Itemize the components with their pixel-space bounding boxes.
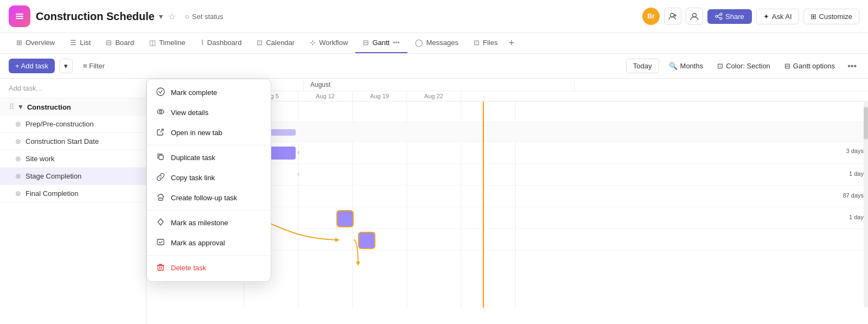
- ai-sparkle-icon: ✦: [763, 12, 769, 21]
- menu-divider: [147, 145, 271, 145]
- title-chevron-button[interactable]: ▾: [158, 11, 164, 22]
- gantt-icon: ⊟: [363, 39, 369, 47]
- section-row-construction: ⠿ ▼ Construction: [0, 98, 146, 116]
- user-add-icon-button[interactable]: [664, 8, 681, 25]
- tab-workflow[interactable]: ⊹ Workflow: [302, 33, 355, 53]
- check-circle-icon: [156, 87, 165, 98]
- gantt-arrow-start: ‹: [297, 169, 300, 178]
- trash-icon: [156, 263, 165, 273]
- add-tab-button[interactable]: +: [505, 33, 518, 53]
- menu-divider-2: [147, 210, 271, 211]
- task-status-icon: ⊗: [15, 172, 21, 180]
- menu-icon[interactable]: [9, 5, 30, 27]
- tab-gantt[interactable]: ⊟ Gantt •••: [355, 33, 407, 53]
- tab-calendar[interactable]: ⊡ Calendar: [249, 33, 302, 53]
- gantt-duration-start: 1 day: [849, 170, 864, 177]
- list-item[interactable]: ⊗ Prep/Pre-construction: [0, 116, 146, 133]
- header: Construction Schedule ▾ ☆ ○ Set status B…: [0, 0, 868, 33]
- list-item[interactable]: ⊗ Construction Start Date: [0, 133, 146, 150]
- tab-dashboard[interactable]: ⌇ Dashboard: [193, 33, 250, 53]
- color-section-button[interactable]: ⊡ Color: Section: [713, 59, 775, 73]
- svg-rect-12: [158, 198, 163, 200]
- gantt-box-final: [358, 232, 375, 249]
- main-content: Add task... ⠿ ▼ Construction ⊗ Prep/Pre-…: [0, 79, 868, 324]
- more-options-button[interactable]: •••: [845, 59, 859, 74]
- svg-point-10: [159, 111, 162, 113]
- messages-icon: ◯: [415, 39, 423, 47]
- svg-rect-1: [16, 16, 23, 17]
- color-icon: ⊡: [717, 62, 723, 70]
- zoom-icon: 🔍: [669, 62, 678, 70]
- calendar-icon: ⊡: [257, 39, 263, 47]
- menu-item-mark-milestone[interactable]: Mark as milestone: [147, 213, 271, 233]
- follow-up-icon: [156, 193, 165, 203]
- menu-item-duplicate-task[interactable]: Duplicate task: [147, 148, 271, 168]
- customize-button[interactable]: ⊞ Customize: [803, 9, 859, 24]
- add-task-row[interactable]: Add task...: [0, 79, 146, 98]
- nav-tabs: ⊞ Overview ☰ List ⊟ Board ◫ Timeline ⌇ D…: [0, 33, 868, 54]
- view-details-label: View details: [171, 109, 208, 117]
- add-task-dropdown-button[interactable]: ▾: [59, 59, 73, 73]
- list-item[interactable]: ⊗ Site work: [0, 150, 146, 168]
- menu-item-open-new-tab[interactable]: Open in new tab: [147, 123, 271, 143]
- drag-handle-icon: ⠿: [9, 103, 14, 111]
- gantt-duration-stage: 1 day: [849, 214, 864, 220]
- gantt-scrollbar[interactable]: [864, 101, 868, 308]
- dashboard-icon: ⌇: [201, 39, 204, 47]
- open-new-tab-label: Open in new tab: [171, 129, 222, 137]
- eye-icon: [156, 107, 165, 118]
- task-status-icon: ⊗: [15, 189, 21, 198]
- svg-point-5: [720, 13, 722, 15]
- menu-item-view-details[interactable]: View details: [147, 103, 271, 123]
- external-link-icon: [156, 128, 165, 138]
- today-button[interactable]: Today: [626, 59, 659, 73]
- list-item[interactable]: ⊗ Stage Completion: [0, 168, 146, 185]
- mark-complete-label: Mark complete: [171, 88, 217, 97]
- svg-point-6: [716, 15, 718, 17]
- menu-item-mark-complete[interactable]: Mark complete: [147, 82, 271, 103]
- tab-files[interactable]: ⊡ Files: [466, 33, 505, 53]
- menu-item-create-follow-up[interactable]: Create follow-up task: [147, 188, 271, 208]
- gantt-duration-prep: 3 days: [846, 148, 864, 154]
- share-button[interactable]: Share: [707, 9, 752, 24]
- status-circle-icon: ○: [185, 12, 189, 21]
- tab-overview[interactable]: ⊞ Overview: [9, 33, 62, 53]
- set-status-button[interactable]: ○ Set status: [180, 10, 228, 23]
- overview-icon: ⊞: [16, 39, 22, 47]
- gantt-scrollbar-thumb[interactable]: [864, 107, 868, 139]
- toolbar: + Add task ▾ ≡ Filter Today 🔍 Months ⊡ C…: [0, 54, 868, 79]
- mark-approval-label: Mark as approval: [171, 239, 225, 247]
- mark-milestone-label: Mark as milestone: [171, 219, 228, 227]
- gantt-controls: Today 🔍 Months ⊡ Color: Section ⊟ Gantt …: [626, 59, 859, 74]
- title-controls: Construction Schedule ▾ ☆ ○ Set status: [36, 10, 228, 23]
- header-actions: Br Share ✦ Ask AI ⊞ Customize: [642, 8, 859, 25]
- menu-item-copy-task-link[interactable]: Copy task link: [147, 168, 271, 188]
- list-icon: ☰: [70, 39, 76, 47]
- workflow-icon: ⊹: [310, 39, 316, 47]
- collapse-arrow-icon[interactable]: ▼: [17, 103, 24, 111]
- months-button[interactable]: 🔍 Months: [665, 59, 708, 73]
- menu-item-delete-task[interactable]: Delete task: [147, 258, 271, 278]
- add-task-button[interactable]: + Add task: [9, 59, 55, 73]
- delete-task-label: Delete task: [171, 264, 206, 272]
- tab-timeline[interactable]: ◫ Timeline: [142, 33, 193, 53]
- avatar: Br: [642, 8, 660, 25]
- star-button[interactable]: ☆: [167, 10, 177, 23]
- gantt-options-button[interactable]: ⊟ Gantt options: [780, 59, 839, 73]
- task-status-icon: ⊗: [15, 120, 21, 128]
- list-item[interactable]: ⊗ Final Completion: [0, 185, 146, 202]
- duplicate-task-label: Duplicate task: [171, 154, 215, 162]
- user-icon-button[interactable]: [686, 8, 703, 25]
- ask-ai-button[interactable]: ✦ Ask AI: [756, 9, 799, 24]
- today-line: [483, 101, 484, 308]
- files-icon: ⊡: [474, 39, 480, 47]
- filter-button[interactable]: ≡ Filter: [77, 58, 111, 74]
- tab-list[interactable]: ☰ List: [62, 33, 98, 53]
- tab-messages[interactable]: ◯ Messages: [407, 33, 466, 53]
- gantt-week-5: Aug 22: [407, 91, 461, 101]
- duplicate-icon: [156, 153, 165, 163]
- tab-board[interactable]: ⊟ Board: [98, 33, 142, 53]
- gantt-more-icon: •••: [393, 39, 400, 47]
- svg-marker-22: [356, 262, 360, 266]
- menu-item-mark-approval[interactable]: Mark as approval: [147, 233, 271, 253]
